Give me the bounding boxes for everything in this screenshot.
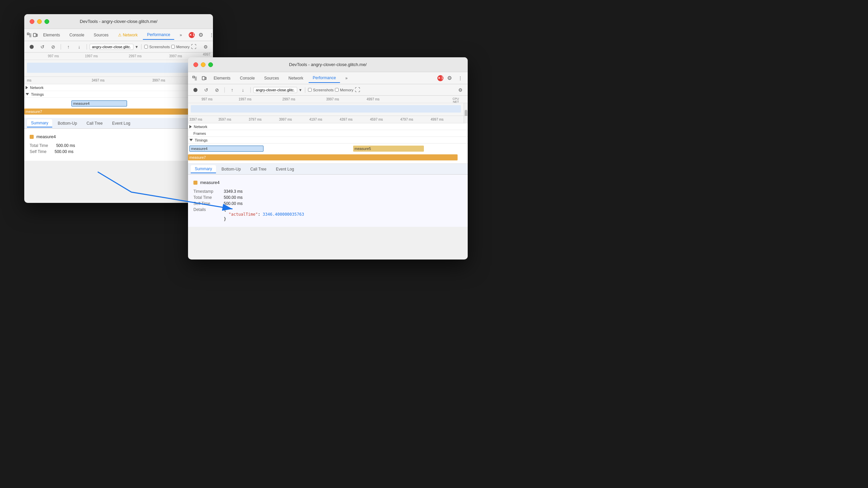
tab-more-2[interactable]: » [341, 74, 352, 83]
tab-network-2[interactable]: Network [284, 74, 307, 83]
inspect-icon-2[interactable] [191, 74, 199, 82]
ruler-mark-3: 2997 ms [129, 54, 142, 58]
ruler2-3997: 3997 ms [279, 118, 292, 121]
ruler2-mark-1: ms [27, 79, 31, 82]
clear-button-1[interactable]: ⊘ [49, 42, 58, 52]
flame-chart-2: measure4 measure5 measure7 [188, 144, 468, 164]
ruler2-mark-3: 3997 ms [152, 79, 165, 82]
frames-track-label: Frames [193, 131, 206, 135]
perf-settings-2[interactable]: ⚙ [456, 85, 465, 95]
upload-button-2[interactable]: ↑ [227, 85, 237, 95]
network-expand-icon-2[interactable] [189, 125, 192, 128]
timings-track-2: Timings [188, 137, 468, 144]
tab-console-2[interactable]: Console [236, 74, 259, 83]
minimize-button-2[interactable] [201, 62, 206, 67]
self-time-value-2: 500.00 ms [224, 201, 462, 206]
measure4-bar-2[interactable]: measure4 [189, 146, 264, 152]
ruler-3997: 3997 ms [326, 97, 339, 101]
bottom-up-tab-1[interactable]: Bottom-Up [54, 120, 81, 127]
screenshots-checkbox-1[interactable]: Screenshots [144, 45, 170, 49]
device-icon[interactable] [33, 31, 38, 39]
mini-overview-2 [188, 103, 468, 116]
call-tree-tab-2[interactable]: Call Tree [246, 165, 271, 173]
tab-sources-1[interactable]: Sources [90, 31, 113, 39]
perf-settings-1[interactable]: ⚙ [201, 42, 210, 52]
ruler-mark-1: 997 ms [48, 54, 59, 58]
more-button-2[interactable]: ⋮ [456, 73, 465, 83]
perf-toolbar-1: ↺ ⊘ ↑ ↓ ▼ Screenshots Memory ⛶ ⚙ [24, 41, 213, 53]
tracks-2: Network Frames Timings measure4 measure5… [188, 123, 468, 164]
record-button-2[interactable] [191, 85, 200, 95]
record-button-1[interactable] [27, 42, 36, 52]
vertical-scrollbar-ruler[interactable] [464, 116, 468, 123]
tab-sources-2[interactable]: Sources [260, 74, 283, 83]
call-tree-tab-1[interactable]: Call Tree [83, 120, 107, 127]
close-button-1[interactable] [30, 19, 34, 24]
maximize-button-2[interactable] [208, 62, 213, 67]
self-time-label-1: Self Time [30, 149, 46, 154]
svg-rect-12 [205, 77, 206, 80]
ruler-4997: 4997 ms [367, 97, 379, 101]
tab-console-1[interactable]: Console [65, 31, 88, 39]
tracks-1: Network Timings measure4 measure7 [24, 84, 213, 118]
minimize-button-1[interactable] [37, 19, 42, 24]
error-badge-2: ✕ 1 [437, 75, 443, 81]
tab-more-1[interactable]: » [176, 31, 186, 39]
annotation-arrow [98, 165, 243, 233]
ruler2-4997: 4997 ms [431, 118, 443, 121]
timings-expand-icon[interactable] [26, 93, 29, 95]
download-button-1[interactable]: ↓ [74, 42, 84, 52]
reload-button-2[interactable]: ↺ [202, 85, 211, 95]
event-log-tab-2[interactable]: Event Log [272, 165, 298, 173]
vertical-scrollbar-2[interactable] [464, 103, 468, 116]
memory-checkbox-1[interactable]: Memory [171, 45, 190, 49]
timings-expand-icon-2[interactable] [189, 139, 193, 141]
total-time-label-1: Total Time [30, 143, 48, 148]
summary-panel-1: measure4 Total Time 500.00 ms Self Time … [24, 129, 213, 161]
measure4-bar-1[interactable]: measure4 [71, 100, 127, 106]
self-time-value-1: 500.00 ms [55, 149, 73, 154]
upload-button-1[interactable]: ↑ [64, 42, 73, 52]
details-value: { "actualTime": 3346.400000035763 } [224, 207, 462, 221]
inspect-icon[interactable] [27, 31, 32, 39]
summary-tab-1[interactable]: Summary [27, 119, 52, 127]
measure5-bar-2[interactable]: measure5 [353, 146, 424, 152]
ruler-mark-2: 1997 ms [85, 54, 98, 58]
clear-button-2[interactable]: ⊘ [212, 85, 222, 95]
mini-overview-1 [24, 60, 213, 77]
close-button-2[interactable] [193, 62, 198, 67]
ruler2-3397: 3397 ms [189, 118, 202, 121]
timeline-ruler-top-2: 997 ms 1997 ms 2997 ms 3997 ms 4997 ms C… [188, 96, 468, 103]
maximize-button-1[interactable] [44, 19, 49, 24]
timeline-ruler-1: 997 ms 1997 ms 2997 ms 3997 ms 4997 ms [24, 53, 213, 60]
network-track-label: Network [30, 86, 43, 90]
url-field-1[interactable] [90, 44, 133, 50]
tab-network-1[interactable]: ⚠ Network [114, 31, 142, 39]
measure7-bar-1[interactable]: measure7 [24, 109, 213, 115]
reload-button-1[interactable]: ↺ [38, 42, 47, 52]
event-log-tab-1[interactable]: Event Log [108, 120, 134, 127]
total-time-value-2: 500.00 ms [224, 195, 462, 200]
tab-elements-2[interactable]: Elements [210, 74, 235, 83]
network-expand-icon[interactable] [26, 86, 28, 89]
device-icon-2[interactable] [200, 74, 208, 82]
download-button-2[interactable]: ↓ [238, 85, 248, 95]
screenshots-checkbox-2[interactable]: Screenshots [308, 88, 334, 92]
measure7-bar-2[interactable]: measure7 [188, 154, 458, 160]
memory-checkbox-2[interactable]: Memory [335, 88, 353, 92]
tab-performance-2[interactable]: Performance [309, 73, 340, 83]
url-field-2[interactable] [253, 87, 297, 93]
more-button-1[interactable]: ⋮ [207, 30, 213, 40]
network-track-1: Network [24, 84, 213, 91]
ruler2-4797: 4797 ms [400, 118, 413, 121]
traffic-lights-1 [30, 19, 49, 24]
ruler-2997: 2997 ms [282, 97, 295, 101]
titlebar-2: DevTools - angry-clover-close.glitch.me/ [188, 57, 468, 72]
tab-elements-1[interactable]: Elements [39, 31, 64, 39]
settings-button-2[interactable]: ⚙ [445, 73, 454, 83]
ruler2-mark-2: 3497 ms [92, 79, 104, 82]
tab-performance-1[interactable]: Performance [143, 30, 174, 40]
network-track-2: Network [188, 123, 468, 130]
settings-button-1[interactable]: ⚙ [196, 30, 206, 40]
bottom-tabs-1: Summary Bottom-Up Call Tree Event Log [24, 118, 213, 129]
